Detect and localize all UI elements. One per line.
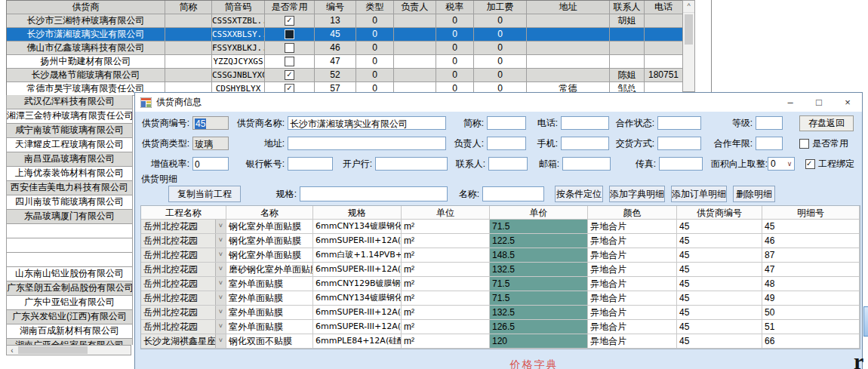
list-item[interactable] [7, 238, 132, 253]
add-dictionary-detail-button[interactable]: 添加字典明细 [609, 186, 665, 202]
list-item[interactable]: 广东坚朗五金制品股份有限公司 [7, 281, 132, 296]
table-row[interactable]: 长沙市潇湘玻璃实业有限公司CSSXXBLSY..45000 [7, 28, 683, 42]
scrollbar-thumb[interactable] [685, 14, 693, 45]
grid-row[interactable]: 岳州北控花园˅室外单面贴膜6mmCNY129B镀膜钢化m²71.5异地合片454… [141, 277, 860, 291]
project-combo-cell[interactable]: 岳州北控花园˅ [141, 263, 226, 277]
list-item[interactable]: 东晶玻璃厦门有限公司 [7, 210, 132, 224]
grade-field[interactable] [756, 116, 783, 130]
scrollbar-thumb[interactable] [18, 346, 88, 354]
project-combo-cell[interactable]: 岳州北控花园˅ [141, 220, 226, 234]
grid-cell-price[interactable]: 132.5 [490, 306, 588, 320]
address-field[interactable] [288, 137, 446, 150]
copy-current-project-button[interactable]: 复制当前工程 [168, 186, 241, 202]
chevron-down-icon[interactable]: ˅ [215, 334, 226, 348]
grid-row[interactable]: 岳州北控花园˅室外单面贴膜6mmCNY134镀膜钢化m²71.5异地合片4549 [141, 291, 860, 306]
project-bind-checkbox[interactable]: 工程绑定 [805, 158, 854, 171]
list-item[interactable]: 四川南玻节能玻璃有限公司 [7, 195, 132, 210]
mobile-field[interactable] [561, 137, 609, 150]
grid-row[interactable]: 岳州北控花园˅钢化室外单面贴膜6mmCNY134镀膜钢化m²71.5异地合片45… [141, 220, 860, 234]
bank-account-field[interactable] [288, 157, 333, 171]
area-roundup-select[interactable]: 0∨ [768, 157, 795, 171]
list-item[interactable]: 南昌亚晶玻璃有限公司 [7, 152, 132, 167]
project-combo-cell[interactable]: 长沙龙湖祺鑫星座˅ [141, 334, 226, 349]
bank-field[interactable] [375, 157, 448, 171]
grid-cell-price[interactable]: 71.5 [490, 291, 588, 306]
project-combo-cell[interactable]: 岳州北控花园˅ [141, 277, 226, 291]
grid-row[interactable]: 岳州北控花园˅磨砂钢化室外单面贴膜6mmSUPER-III+12A(硅...m²… [141, 263, 860, 277]
grid-cell-price[interactable]: 122.5 [490, 234, 588, 248]
contact-field[interactable] [488, 157, 528, 171]
list-item[interactable] [7, 253, 132, 267]
name-field[interactable] [482, 186, 544, 201]
chevron-down-icon[interactable]: ˅ [215, 320, 226, 334]
delete-detail-button[interactable]: 删除明细 [733, 186, 775, 202]
list-item[interactable]: 西安佳吉美电力科技有限公司 [7, 181, 132, 195]
table-row[interactable]: 扬州中勤建材有限公司YZZQJCYXGS47000 [7, 55, 683, 69]
list-item[interactable]: 广东兴发铝业(江西)有限公司 [7, 310, 132, 324]
spec-field[interactable] [300, 186, 448, 201]
locate-by-condition-button[interactable]: 按条件定位 [555, 186, 603, 202]
list-item[interactable]: 山东南山铝业股份有限公司 [7, 267, 132, 281]
short-name-field[interactable] [487, 116, 526, 130]
supplier-type-field[interactable]: 玻璃 [192, 137, 229, 150]
project-combo-cell[interactable]: 岳州北控花园˅ [141, 320, 226, 334]
email-field[interactable] [562, 157, 611, 171]
coop-years-field[interactable] [756, 137, 783, 150]
list-horizontal-scrollbar[interactable]: ‹ [6, 345, 131, 355]
common-checkbox-cell[interactable] [265, 28, 315, 42]
supplier-no-field[interactable]: 45 [192, 116, 229, 130]
project-combo-cell[interactable]: 岳州北控花园˅ [141, 291, 226, 306]
manager-field[interactable] [487, 137, 526, 150]
phone-field[interactable] [561, 116, 609, 130]
common-checkbox-cell[interactable] [265, 55, 315, 69]
grid-row[interactable]: 岳州北控花园˅室外单面贴膜6mmSUPER-III+12A(硅...m²126.… [141, 320, 860, 334]
project-combo-cell[interactable]: 岳州北控花园˅ [141, 306, 226, 320]
chevron-down-icon[interactable]: ˅ [215, 277, 226, 291]
grid-cell-price[interactable]: 71.5 [490, 220, 588, 234]
maximize-button[interactable]: □ [805, 94, 833, 112]
common-checkbox[interactable] [285, 29, 294, 39]
grid-row[interactable]: 岳州北控花园˅钢化室外单面贴膜6mm白玻+1.14PVB+6mm...m²148… [141, 248, 860, 263]
project-combo-cell[interactable]: 岳州北控花园˅ [141, 248, 226, 263]
grid-cell-price[interactable]: 120 [490, 334, 588, 349]
common-checkbox[interactable] [285, 43, 294, 53]
scroll-left-icon[interactable]: ‹ [7, 346, 17, 355]
checkbox-icon[interactable] [799, 139, 809, 149]
common-checkbox[interactable] [285, 70, 294, 80]
common-checkbox[interactable] [285, 16, 294, 26]
delivery-field[interactable] [657, 137, 701, 150]
chevron-down-icon[interactable]: ˅ [215, 263, 226, 276]
grid-row[interactable]: 长沙龙湖祺鑫星座˅钢化双面不贴膜6mmPLE84+12A(硅酮胶...m²120… [141, 334, 860, 349]
add-order-detail-button[interactable]: 添加订单明细 [671, 186, 727, 202]
list-item[interactable]: 湖南百成新材料有限公司 [7, 324, 132, 339]
list-item[interactable]: 天津耀皮工程玻璃有限公司 [7, 138, 132, 152]
checkbox-icon[interactable] [805, 159, 815, 169]
grid-cell-price[interactable]: 132.5 [490, 263, 588, 277]
common-checkbox-cell[interactable] [265, 14, 315, 28]
chevron-down-icon[interactable]: ˅ [215, 248, 226, 262]
list-item[interactable]: 上海优泰装饰材料有限公司 [7, 167, 132, 181]
grid-cell-price[interactable]: 71.5 [490, 277, 588, 291]
list-item[interactable]: 咸宁南玻节能玻璃有限公司 [7, 124, 132, 138]
minimize-button[interactable]: – [776, 94, 805, 112]
fax-field[interactable] [659, 157, 703, 171]
table-vertical-scrollbar[interactable]: ^ [682, 0, 695, 92]
common-checkbox-cell[interactable] [265, 42, 315, 55]
grid-cell-price[interactable]: 148.5 [490, 248, 588, 263]
grid-row[interactable]: 岳州北控花园˅室外单面贴膜6mmSUPER-III+12A(硅...m²132.… [141, 306, 860, 320]
close-button[interactable]: × [833, 94, 862, 112]
common-use-checkbox[interactable]: 是否常用 [799, 137, 848, 150]
project-combo-cell[interactable]: 岳州北控花园˅ [141, 234, 226, 248]
grid-row[interactable]: 岳州北控花园˅钢化室外单面贴膜6mmSUPER-III+12A(硅...m²12… [141, 234, 860, 248]
table-row[interactable]: 佛山市亿鑫玻璃科技有限公司FSSYXBLKJ..46000 [7, 42, 683, 55]
chevron-down-icon[interactable]: ∨ [785, 158, 794, 170]
table-row[interactable]: 长沙市三湘特种玻璃有限公司CSSSXTZBL..13000胡姐 [7, 14, 683, 28]
save-return-button[interactable]: 存盘返回 [799, 115, 854, 131]
common-checkbox[interactable] [285, 57, 294, 66]
chevron-down-icon[interactable]: ˅ [215, 291, 226, 305]
scroll-up-icon[interactable]: ^ [683, 1, 694, 13]
list-item[interactable]: 湖南广亚全铝家居有限公司 [7, 339, 132, 345]
vat-rate-field[interactable]: 0 [192, 157, 229, 171]
coop-status-field[interactable] [657, 116, 701, 130]
dialog-titlebar[interactable]: 供货商信息 – □ × [135, 93, 862, 112]
